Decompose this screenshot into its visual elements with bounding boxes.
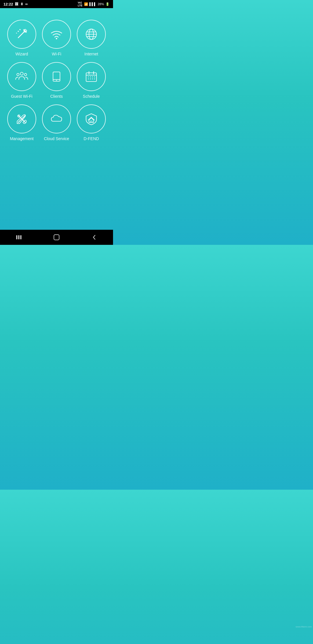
clients-circle[interactable]	[42, 62, 71, 91]
wizard-icon	[14, 27, 29, 42]
home-button[interactable]	[48, 231, 65, 243]
time: 12:22	[3, 2, 13, 6]
management-label: Management	[10, 136, 34, 141]
schedule-icon	[84, 69, 99, 84]
svg-point-23	[90, 77, 91, 77]
dfend-item[interactable]: D-FEND	[75, 104, 107, 141]
svg-rect-36	[20, 235, 21, 239]
svg-line-0	[18, 31, 25, 38]
svg-point-25	[94, 77, 95, 77]
status-bar: 12:22 🖼 ⏸ ∞ Vo)LTE 📶 ▌▌▌ 28% 🔋	[0, 0, 113, 8]
guest-wifi-circle[interactable]	[7, 62, 36, 91]
wifi-label: Wi-Fi	[52, 52, 61, 56]
wifi-icon	[49, 27, 64, 42]
svg-point-22	[88, 77, 89, 77]
svg-point-17	[56, 80, 57, 81]
clients-icon	[49, 69, 64, 84]
signal-icon: ▌▌▌	[90, 2, 96, 6]
management-icon	[14, 111, 29, 126]
voicemail-icon: ∞	[25, 2, 28, 6]
clients-item[interactable]: Clients	[41, 62, 72, 99]
svg-point-14	[24, 73, 27, 76]
back-button[interactable]	[85, 231, 103, 243]
svg-point-2	[18, 31, 19, 32]
svg-rect-34	[16, 235, 17, 239]
svg-point-28	[92, 79, 93, 79]
management-item[interactable]: Management	[6, 104, 38, 141]
svg-rect-33	[90, 121, 92, 122]
svg-point-26	[88, 79, 89, 79]
svg-point-12	[20, 72, 23, 75]
status-right: Vo)LTE 📶 ▌▌▌ 28% 🔋	[78, 1, 110, 7]
wifi-status-icon: 📶	[84, 2, 88, 6]
battery-icon: 🔋	[105, 2, 110, 6]
management-circle[interactable]	[7, 104, 36, 133]
recent-apps-button[interactable]	[10, 231, 28, 243]
svg-rect-18	[86, 73, 97, 82]
wizard-item[interactable]: Wizard	[6, 20, 38, 56]
svg-point-27	[90, 79, 91, 79]
volte-icon: Vo)LTE	[78, 1, 82, 7]
guest-wifi-icon	[14, 69, 29, 84]
cloud-service-icon	[49, 111, 64, 126]
wizard-circle[interactable]	[7, 20, 36, 49]
cloud-service-circle[interactable]	[42, 104, 71, 133]
wifi-circle[interactable]	[42, 20, 71, 49]
svg-point-6	[56, 38, 57, 39]
svg-point-13	[17, 73, 19, 76]
internet-label: Internet	[84, 52, 98, 56]
main-content: Wizard Wi-Fi	[0, 8, 113, 230]
dfend-label: D-FEND	[84, 136, 99, 141]
svg-point-4	[16, 33, 17, 34]
internet-icon	[84, 27, 99, 42]
wifi-item[interactable]: Wi-Fi	[41, 20, 72, 56]
dfend-icon	[84, 111, 99, 126]
cloud-service-item[interactable]: Cloud Service	[41, 104, 72, 141]
schedule-item[interactable]: Schedule	[75, 62, 107, 99]
pause-icon: ⏸	[20, 2, 23, 6]
cloud-service-label: Cloud Service	[44, 136, 69, 141]
svg-rect-15	[53, 72, 60, 81]
svg-rect-37	[54, 235, 59, 240]
svg-point-3	[19, 29, 21, 30]
svg-point-29	[94, 79, 95, 79]
battery-percent: 28%	[98, 2, 104, 6]
guest-wifi-label: Guest Wi-Fi	[11, 94, 32, 99]
svg-rect-35	[18, 235, 19, 239]
dfend-circle[interactable]	[77, 104, 106, 133]
guest-wifi-item[interactable]: Guest Wi-Fi	[6, 62, 38, 99]
bottom-nav	[0, 230, 113, 245]
status-left: 12:22 🖼 ⏸ ∞	[3, 2, 28, 6]
internet-item[interactable]: Internet	[75, 20, 107, 56]
schedule-label: Schedule	[83, 94, 100, 99]
internet-circle[interactable]	[77, 20, 106, 49]
icon-grid: Wizard Wi-Fi	[6, 20, 107, 141]
schedule-circle[interactable]	[77, 62, 106, 91]
wizard-label: Wizard	[15, 52, 28, 56]
image-icon: 🖼	[15, 2, 18, 6]
clients-label: Clients	[50, 94, 63, 99]
svg-point-24	[92, 77, 93, 77]
